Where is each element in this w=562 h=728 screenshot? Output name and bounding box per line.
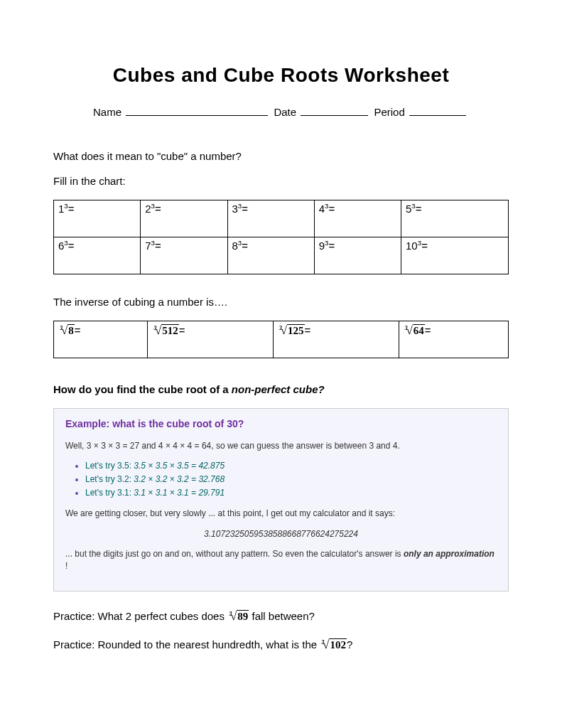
root-cell-1[interactable]: 3√8=: [54, 321, 148, 358]
date-label: Date: [274, 106, 296, 118]
inverse-prompt: The inverse of cubing a number is….: [53, 296, 509, 308]
example-closer: We are getting closer, but very slowly .…: [65, 508, 497, 520]
cube-cell-2[interactable]: 23=: [141, 200, 227, 237]
question-cube-meaning: What does it mean to "cube" a number?: [53, 150, 509, 162]
root-cell-3[interactable]: 3√125=: [273, 321, 399, 358]
example-box: Example: what is the cube root of 30? We…: [53, 408, 509, 592]
example-trials: Let's try 3.5: 3.5 × 3.5 × 3.5 = 42.875 …: [85, 460, 497, 498]
name-blank[interactable]: [126, 105, 268, 116]
example-value: 3.1072325059538588668776624275224: [65, 528, 497, 540]
cubes-chart: 13= 23= 33= 43= 53= 63= 73= 83= 93= 103=: [53, 200, 509, 274]
name-label: Name: [93, 106, 121, 118]
nonperfect-question: How do you find the cube root of a non-p…: [53, 383, 509, 395]
example-final: ... but the digits just go on and on, wi…: [65, 548, 497, 572]
trial-2: Let's try 3.2: 3.2 × 3.2 × 3.2 = 32.768: [85, 473, 497, 486]
cube-cell-8[interactable]: 83=: [227, 237, 314, 274]
cube-cell-10[interactable]: 103=: [401, 237, 509, 274]
cube-cell-7[interactable]: 73=: [141, 237, 227, 274]
cube-cell-5[interactable]: 53=: [401, 200, 509, 237]
root-cell-2[interactable]: 3√512=: [148, 321, 274, 358]
trial-3: Let's try 3.1: 3.1 × 3.1 × 3.1 = 29.791: [85, 487, 497, 499]
cube-roots-chart: 3√8= 3√512= 3√125= 3√64=: [53, 321, 509, 358]
student-info-line: Name Date Period: [53, 105, 509, 118]
fill-chart-label: Fill in the chart:: [53, 175, 509, 187]
practice-1: Practice: What 2 perfect cubes does 3√89…: [53, 609, 509, 623]
cube-cell-3[interactable]: 33=: [227, 200, 314, 237]
trial-1: Let's try 3.5: 3.5 × 3.5 × 3.5 = 42.875: [85, 460, 497, 472]
period-label: Period: [374, 106, 404, 118]
practice-2: Practice: Rounded to the nearest hundred…: [53, 638, 509, 652]
period-blank[interactable]: [409, 105, 466, 116]
root-cell-4[interactable]: 3√64=: [399, 321, 508, 358]
worksheet-page: Cubes and Cube Roots Worksheet Name Date…: [0, 0, 562, 728]
cube-cell-9[interactable]: 93=: [314, 237, 401, 274]
worksheet-title: Cubes and Cube Roots Worksheet: [53, 64, 509, 87]
date-blank[interactable]: [301, 105, 368, 116]
example-title: Example: what is the cube root of 30?: [65, 417, 497, 432]
cube-cell-1[interactable]: 13=: [54, 200, 141, 237]
cube-cell-4[interactable]: 43=: [314, 200, 401, 237]
example-line1: Well, 3 × 3 × 3 = 27 and 4 × 4 × 4 = 64,…: [65, 440, 497, 452]
cube-cell-6[interactable]: 63=: [54, 237, 141, 274]
